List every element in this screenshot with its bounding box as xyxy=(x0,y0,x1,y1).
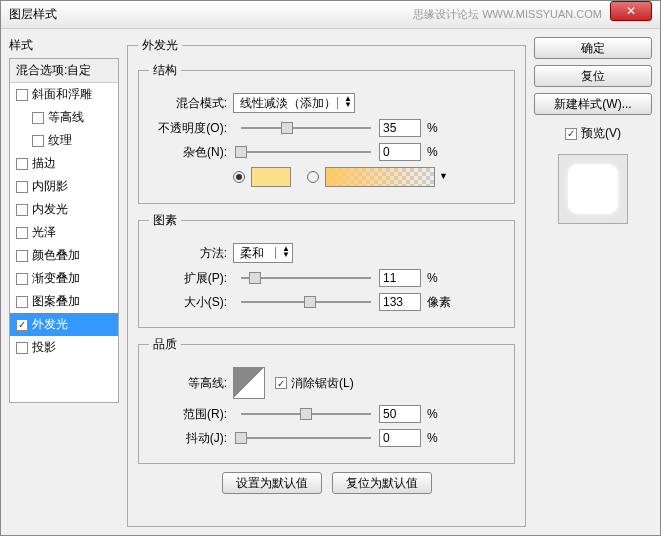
style-item-label: 外发光 xyxy=(32,316,68,333)
style-item-label: 等高线 xyxy=(48,109,84,126)
style-item-label: 渐变叠加 xyxy=(32,270,80,287)
style-item[interactable]: 内阴影 xyxy=(10,175,118,198)
ok-button[interactable]: 确定 xyxy=(534,37,652,59)
elements-legend: 图素 xyxy=(149,212,181,229)
preview-label: 预览(V) xyxy=(581,125,621,142)
dropdown-icon: ▼ xyxy=(439,171,448,181)
style-checkbox[interactable] xyxy=(32,112,44,124)
structure-group: 结构 混合模式: 线性减淡（添加） ▲▼ 不透明度(O): % xyxy=(138,62,515,204)
style-checkbox[interactable] xyxy=(16,296,28,308)
outer-glow-group: 外发光 结构 混合模式: 线性减淡（添加） ▲▼ 不透明度(O): xyxy=(127,37,526,527)
style-checkbox[interactable] xyxy=(32,135,44,147)
style-item[interactable]: 描边 xyxy=(10,152,118,175)
style-item[interactable]: 等高线 xyxy=(10,106,118,129)
reset-default-button[interactable]: 复位为默认值 xyxy=(332,472,432,494)
spread-input[interactable] xyxy=(379,269,421,287)
range-input[interactable] xyxy=(379,405,421,423)
layer-style-dialog: 图层样式 思缘设计论坛 WWW.MISSYUAN.COM ✕ 样式 混合选项:自… xyxy=(0,0,661,536)
style-item[interactable]: 投影 xyxy=(10,336,118,359)
preview-box xyxy=(558,154,628,224)
noise-label: 杂色(N): xyxy=(149,144,227,161)
style-checkbox[interactable] xyxy=(16,273,28,285)
style-item[interactable]: 斜面和浮雕 xyxy=(10,83,118,106)
style-item-label: 图案叠加 xyxy=(32,293,80,310)
blend-options-item[interactable]: 混合选项:自定 xyxy=(10,59,118,83)
styles-panel: 样式 混合选项:自定 斜面和浮雕等高线纹理描边内阴影内发光光泽颜色叠加渐变叠加图… xyxy=(9,37,119,527)
style-item-label: 描边 xyxy=(32,155,56,172)
jitter-label: 抖动(J): xyxy=(149,430,227,447)
noise-slider[interactable] xyxy=(241,151,371,153)
titlebar: 图层样式 思缘设计论坛 WWW.MISSYUAN.COM ✕ xyxy=(1,1,660,29)
style-item-label: 斜面和浮雕 xyxy=(32,86,92,103)
range-slider[interactable] xyxy=(241,413,371,415)
contour-picker[interactable] xyxy=(233,367,265,399)
size-slider[interactable] xyxy=(241,301,371,303)
settings-panel: 外发光 结构 混合模式: 线性减淡（添加） ▲▼ 不透明度(O): xyxy=(127,37,526,527)
size-input[interactable] xyxy=(379,293,421,311)
opacity-slider[interactable] xyxy=(241,127,371,129)
style-item[interactable]: 图案叠加 xyxy=(10,290,118,313)
technique-select[interactable]: 柔和 ▲▼ xyxy=(233,243,293,263)
style-item-label: 纹理 xyxy=(48,132,72,149)
style-item[interactable]: 纹理 xyxy=(10,129,118,152)
style-checkbox[interactable] xyxy=(16,319,28,331)
antialias-checkbox[interactable] xyxy=(275,377,287,389)
spread-slider[interactable] xyxy=(241,277,371,279)
range-label: 范围(R): xyxy=(149,406,227,423)
make-default-button[interactable]: 设置为默认值 xyxy=(222,472,322,494)
style-item[interactable]: 外发光 xyxy=(10,313,118,336)
updown-icon: ▲▼ xyxy=(282,246,290,258)
style-checkbox[interactable] xyxy=(16,181,28,193)
contour-label: 等高线: xyxy=(149,375,227,392)
window-title: 图层样式 xyxy=(9,6,413,23)
color-gradient-radio[interactable] xyxy=(307,171,319,183)
jitter-unit: % xyxy=(427,431,438,445)
action-panel: 确定 复位 新建样式(W)... 预览(V) xyxy=(534,37,652,527)
structure-legend: 结构 xyxy=(149,62,181,79)
style-item-label: 光泽 xyxy=(32,224,56,241)
noise-input[interactable] xyxy=(379,143,421,161)
spread-label: 扩展(P): xyxy=(149,270,227,287)
style-checkbox[interactable] xyxy=(16,227,28,239)
style-item-label: 颜色叠加 xyxy=(32,247,80,264)
range-unit: % xyxy=(427,407,438,421)
styles-list: 混合选项:自定 斜面和浮雕等高线纹理描边内阴影内发光光泽颜色叠加渐变叠加图案叠加… xyxy=(9,58,119,403)
blend-mode-select[interactable]: 线性减淡（添加） ▲▼ xyxy=(233,93,355,113)
jitter-input[interactable] xyxy=(379,429,421,447)
jitter-slider[interactable] xyxy=(241,437,371,439)
close-button[interactable]: ✕ xyxy=(610,1,652,21)
style-checkbox[interactable] xyxy=(16,342,28,354)
style-item[interactable]: 颜色叠加 xyxy=(10,244,118,267)
quality-group: 品质 等高线: 消除锯齿(L) 范围(R): % 抖动(J): xyxy=(138,336,515,464)
style-checkbox[interactable] xyxy=(16,250,28,262)
spread-unit: % xyxy=(427,271,438,285)
style-item-label: 投影 xyxy=(32,339,56,356)
opacity-unit: % xyxy=(427,121,438,135)
style-checkbox[interactable] xyxy=(16,204,28,216)
style-item-label: 内发光 xyxy=(32,201,68,218)
opacity-input[interactable] xyxy=(379,119,421,137)
opacity-label: 不透明度(O): xyxy=(149,120,227,137)
style-checkbox[interactable] xyxy=(16,158,28,170)
outer-glow-legend: 外发光 xyxy=(138,37,182,54)
gradient-swatch[interactable]: ▼ xyxy=(325,167,435,187)
updown-icon: ▲▼ xyxy=(344,96,352,108)
antialias-label: 消除锯齿(L) xyxy=(291,375,354,392)
color-swatch[interactable] xyxy=(251,167,291,187)
new-style-button[interactable]: 新建样式(W)... xyxy=(534,93,652,115)
cancel-button[interactable]: 复位 xyxy=(534,65,652,87)
watermark: 思缘设计论坛 WWW.MISSYUAN.COM xyxy=(413,7,602,22)
styles-label: 样式 xyxy=(9,37,119,54)
noise-unit: % xyxy=(427,145,438,159)
size-unit: 像素 xyxy=(427,294,451,311)
technique-label: 方法: xyxy=(149,245,227,262)
style-checkbox[interactable] xyxy=(16,89,28,101)
preview-checkbox[interactable] xyxy=(565,128,577,140)
color-solid-radio[interactable] xyxy=(233,171,245,183)
quality-legend: 品质 xyxy=(149,336,181,353)
style-item[interactable]: 内发光 xyxy=(10,198,118,221)
style-item-label: 内阴影 xyxy=(32,178,68,195)
blend-mode-label: 混合模式: xyxy=(149,95,227,112)
style-item[interactable]: 渐变叠加 xyxy=(10,267,118,290)
style-item[interactable]: 光泽 xyxy=(10,221,118,244)
